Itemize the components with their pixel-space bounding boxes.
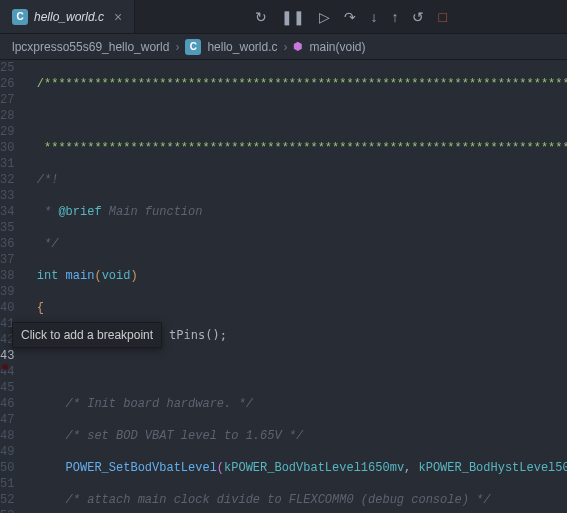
line-number[interactable]: 32 [0, 172, 14, 188]
symbol-icon: ⬢ [293, 40, 303, 53]
line-number[interactable]: 37 [0, 252, 14, 268]
step-into-button[interactable]: ↓ [368, 7, 379, 27]
line-number[interactable]: 39 [0, 284, 14, 300]
breadcrumb[interactable]: lpcxpresso55s69_hello_world › C hello_wo… [0, 34, 567, 60]
line-number[interactable]: 40 [0, 300, 14, 316]
line-number[interactable]: 25 [0, 60, 14, 76]
line-number[interactable]: 29 [0, 124, 14, 140]
line-number[interactable]: 53 [0, 508, 14, 513]
c-file-icon: C [12, 9, 28, 25]
step-out-button[interactable]: ↑ [389, 7, 400, 27]
reverse-button[interactable]: ↺ [410, 7, 426, 27]
line-number[interactable]: 27 [0, 92, 14, 108]
line-number[interactable]: 30 [0, 140, 14, 156]
chevron-right-icon: › [175, 40, 179, 54]
line-number[interactable]: 26 [0, 76, 14, 92]
breadcrumb-project[interactable]: lpcxpresso55s69_hello_world [12, 40, 169, 54]
line-number[interactable]: 49 [0, 444, 14, 460]
continue-button[interactable]: ▷ [317, 7, 332, 27]
breakpoint-tooltip: Click to add a breakpoint [12, 322, 162, 348]
chevron-right-icon: › [283, 40, 287, 54]
code-editor[interactable]: Click to add a breakpoint 25262728293031… [0, 60, 567, 513]
line-number[interactable]: 38 [0, 268, 14, 284]
line-number[interactable]: 35 [0, 220, 14, 236]
line-gutter[interactable]: 2526272829303132333435363738394041424344… [0, 60, 22, 513]
line-number[interactable]: 47 [0, 412, 14, 428]
breadcrumb-file[interactable]: hello_world.c [207, 40, 277, 54]
line-number[interactable]: 34 [0, 204, 14, 220]
line-number[interactable]: 46 [0, 396, 14, 412]
breadcrumb-symbol[interactable]: main(void) [309, 40, 365, 54]
close-icon[interactable]: × [114, 9, 122, 25]
step-over-button[interactable]: ↷ [342, 7, 358, 27]
line-number[interactable]: 51 [0, 476, 14, 492]
line-number[interactable]: 48 [0, 428, 14, 444]
c-file-icon: C [185, 39, 201, 55]
line-number[interactable]: 45 [0, 380, 14, 396]
tab-filename: hello_world.c [34, 10, 104, 24]
line-number[interactable]: 43 [0, 348, 14, 364]
line-number[interactable]: 36 [0, 236, 14, 252]
line-number[interactable]: 31 [0, 156, 14, 172]
line-number[interactable]: 28 [0, 108, 14, 124]
pause-button[interactable]: ❚❚ [279, 7, 307, 27]
restart-button[interactable]: ↻ [253, 7, 269, 27]
stop-button[interactable]: □ [436, 7, 448, 27]
line-number[interactable]: 33 [0, 188, 14, 204]
line-number[interactable]: 52 [0, 492, 14, 508]
editor-tab[interactable]: C hello_world.c × [0, 0, 135, 33]
breakpoint-hint-icon[interactable] [2, 364, 8, 370]
line-number[interactable]: 50 [0, 460, 14, 476]
debug-toolbar: ↻ ❚❚ ▷ ↷ ↓ ↑ ↺ □ [135, 7, 567, 27]
code-area[interactable]: /***************************************… [22, 60, 567, 513]
